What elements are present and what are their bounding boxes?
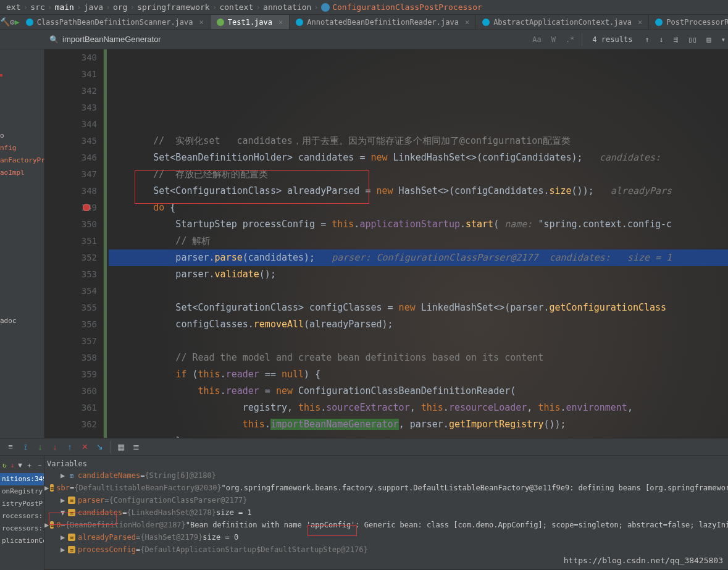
line-number[interactable]: 362 <box>44 416 97 433</box>
line-number[interactable]: 344 <box>44 116 97 133</box>
watermark: https://blog.csdn.net/qq_38425803 <box>564 556 723 565</box>
java-file-icon <box>26 19 33 26</box>
run-icon[interactable]: ▶ <box>15 15 20 29</box>
project-item-c[interactable]: anFactoryPro <box>0 154 44 167</box>
line-number[interactable]: 341 <box>44 66 97 83</box>
variables-tree[interactable]: Variables ▶⊞candidateNames = {String[6]@… <box>44 456 728 570</box>
tab-1[interactable]: Test1.java× <box>211 15 290 29</box>
evaluate-expression-button[interactable]: ▦ <box>114 440 128 454</box>
crumb-5[interactable]: springframework <box>137 2 209 12</box>
stack-frame-0[interactable]: nitions:349, <box>0 473 44 485</box>
line-number[interactable]: 359 <box>44 366 97 383</box>
search-input[interactable] <box>62 35 223 44</box>
line-number[interactable]: 348 <box>44 183 97 199</box>
project-item-a[interactable]: o <box>0 130 44 142</box>
array-icon: ⊞ <box>68 472 75 479</box>
tab-2[interactable]: AnnotatedBeanDefinitionReader.java× <box>290 15 476 29</box>
project-tool-window[interactable]: o nfig anFactoryPro aoImpl adoc <box>0 49 44 438</box>
line-number[interactable]: 352 <box>44 249 97 266</box>
stack-frame-5[interactable]: plicationCor <box>0 535 44 547</box>
tab-0[interactable]: ClassPathBeanDefinitionScanner.java× <box>20 15 211 29</box>
project-item-d[interactable]: aoImpl <box>0 167 44 179</box>
remove-icon[interactable]: － <box>36 459 43 472</box>
crumb-1[interactable]: src <box>30 2 44 12</box>
tab-4[interactable]: PostProcessorRegistrationDelegate.java× <box>649 15 728 29</box>
search-icon: 🔍 <box>49 35 59 44</box>
export-matches-button[interactable]: ▤ <box>705 35 714 44</box>
hammer-icon[interactable]: 🔨 <box>0 15 10 29</box>
next-match-button[interactable]: ↓ <box>657 35 666 44</box>
restore-layout-button[interactable]: ⟟ <box>19 440 32 454</box>
crumb-0[interactable]: ext <box>6 2 20 12</box>
line-number[interactable]: 356 <box>44 316 97 333</box>
frames-list[interactable]: ↻ ↓ ▼ ＋ － nitions:349, onRegistry istryP… <box>0 456 44 570</box>
project-item-e[interactable]: adoc <box>0 315 44 327</box>
gear-icon[interactable]: ⚙ <box>10 15 15 29</box>
line-number[interactable]: 343 <box>44 99 97 116</box>
crumb-2[interactable]: main <box>55 2 74 12</box>
java-file-icon <box>655 19 663 26</box>
filter-icon[interactable]: ▾ <box>719 35 728 44</box>
close-icon[interactable]: × <box>278 18 283 27</box>
variable-node[interactable]: ▶≡parser = {ConfigurationClassParser@217… <box>44 494 728 506</box>
line-number[interactable]: 345 <box>44 133 97 149</box>
tab-2-label: AnnotatedBeanDefinitionReader.java <box>307 18 459 27</box>
step-out-button[interactable]: ↑ <box>63 440 77 454</box>
breadcrumb-file[interactable]: ConfigurationClassPostProcessor <box>332 2 482 12</box>
line-number[interactable]: 353 <box>44 266 97 283</box>
close-icon[interactable]: × <box>199 18 204 27</box>
run-to-cursor-button[interactable]: ↘ <box>93 440 106 454</box>
select-all-occurrences-button[interactable]: ⇶ <box>671 35 680 44</box>
close-icon[interactable]: × <box>638 18 642 27</box>
editor-area[interactable]: // 实例化set candidates，用于去重。因为可能存证多个相同加了@c… <box>104 49 728 438</box>
line-number[interactable]: 347 <box>44 166 97 183</box>
stop-icon[interactable]: ↓ <box>10 459 15 472</box>
add-icon[interactable]: ＋ <box>26 459 33 472</box>
variable-node[interactable]: ▼≡candidates = {LinkedHashSet@2178} size… <box>44 506 728 519</box>
line-number[interactable]: 360 <box>44 383 97 400</box>
crumb-7[interactable]: annotation <box>263 2 311 12</box>
variable-node[interactable]: ▶≡processConfig = {DefaultApplicationSta… <box>44 543 728 556</box>
object-icon: ≡ <box>68 497 75 504</box>
step-into-button[interactable]: ↓ <box>48 440 62 454</box>
filter-icon[interactable]: ▼ <box>18 459 22 472</box>
step-over-button[interactable]: ↓ <box>33 440 47 454</box>
variable-node[interactable]: ▶≡sbr = {DefaultListableBeanFactory@2030… <box>44 482 728 494</box>
breadcrumb[interactable]: ext› src› main› java› org› springframewo… <box>0 0 728 15</box>
annotation-box-3 <box>308 525 357 536</box>
project-item-b[interactable]: nfig <box>0 142 44 154</box>
variable-node[interactable]: ▶≡alreadyParsed = {HashSet@2179} size = … <box>44 531 728 543</box>
line-number[interactable]: 342 <box>44 83 97 99</box>
close-icon[interactable]: × <box>465 18 469 27</box>
line-number[interactable]: 358 <box>44 350 97 366</box>
whole-word-toggle[interactable]: W <box>549 34 558 45</box>
line-number[interactable]: 346 <box>44 149 97 166</box>
tab-3[interactable]: AbstractApplicationContext.java× <box>476 15 649 29</box>
rerun-icon[interactable]: ↻ <box>2 459 7 472</box>
line-number[interactable]: 354 <box>44 283 97 300</box>
stack-frame-4[interactable]: rocessors: <box>0 522 44 535</box>
variable-node[interactable]: ▶≡0 = {BeanDefinitionHolder@2187} "Bean … <box>44 519 728 531</box>
line-number[interactable]: 351 <box>44 233 97 249</box>
crumb-4[interactable]: org <box>113 2 127 12</box>
stack-frame-2[interactable]: istryPostPr <box>0 498 44 510</box>
settings-icon[interactable]: ≣ <box>129 440 143 454</box>
match-case-toggle[interactable]: Aa <box>530 34 543 45</box>
variable-node[interactable]: ▶⊞candidateNames = {String[6]@2180} <box>44 469 728 482</box>
line-number[interactable]: 340 <box>44 49 97 66</box>
crumb-6[interactable]: context <box>219 2 253 12</box>
regex-toggle[interactable]: .* <box>563 34 577 45</box>
add-selection-button[interactable]: ▯▯ <box>685 35 699 44</box>
line-number[interactable]: 355 <box>44 300 97 316</box>
drop-frame-button[interactable]: ✕ <box>78 440 91 454</box>
stack-frame-3[interactable]: rocessors: <box>0 510 44 522</box>
layout-icon[interactable]: ≡ <box>4 440 17 454</box>
breakpoint-icon[interactable] <box>83 204 90 211</box>
crumb-3[interactable]: java <box>84 2 103 12</box>
line-number[interactable]: 361 <box>44 400 97 416</box>
line-number[interactable]: 350 <box>44 216 97 233</box>
stack-frame-1[interactable]: onRegistry <box>0 485 44 498</box>
prev-match-button[interactable]: ↑ <box>642 35 651 44</box>
line-number[interactable]: 357 <box>44 333 97 350</box>
editor-gutter[interactable]: 3403413423433443453463473483493503513523… <box>44 49 104 438</box>
